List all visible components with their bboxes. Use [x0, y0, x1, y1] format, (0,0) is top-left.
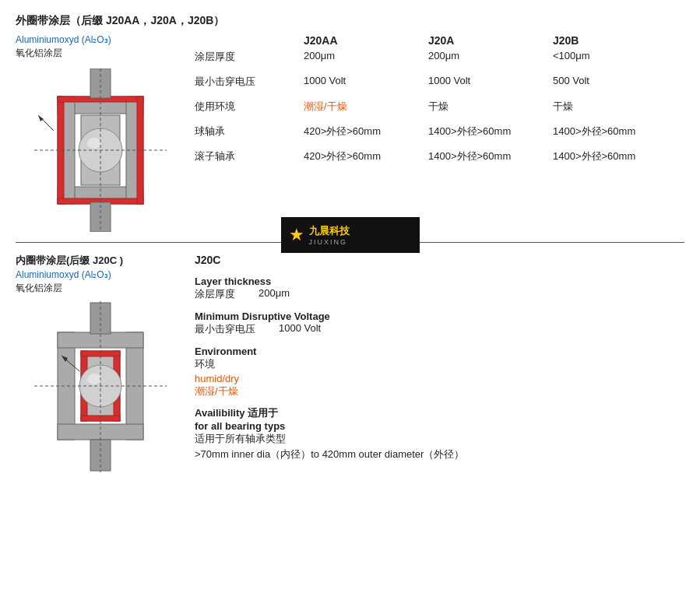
cell-4-j20a: 1400>外径>60mm: [428, 149, 553, 163]
top-table-area: J20AA J20A J20B 涂层厚度 200μm 200μm <100μm …: [187, 34, 684, 234]
top-bearing-diagram: Aluminiumoxyd (Al₂O₃) 氧化铝涂层: [16, 34, 187, 234]
cell-1-j20aa: 1000 Volt: [304, 75, 428, 86]
cell-0-j20aa: 200μm: [304, 50, 428, 61]
row-label-3: 球轴承: [195, 125, 304, 139]
spec-0-title-cn: 涂层厚度: [195, 287, 235, 301]
spec-environment: Environment 环境 humid/dry 潮湿/干燥: [195, 346, 684, 398]
cell-3-j20b: 1400>外径>60mm: [553, 125, 662, 139]
cell-1-j20b: 500 Volt: [553, 75, 662, 86]
spec-0-value: 200μm: [259, 287, 290, 303]
row-voltage: 最小击穿电压 1000 Volt 1000 Volt 500 Volt: [195, 75, 684, 89]
spec-1-value: 1000 Volt: [279, 322, 321, 338]
cell-4-j20b: 1400>外径>60mm: [553, 149, 662, 163]
availability-title2: for all bearing typs: [195, 420, 684, 432]
cell-2-j20a: 干燥: [428, 100, 553, 114]
spec-2-title-en: Environment: [195, 346, 684, 357]
col-header-j20aa: J20AA: [304, 34, 428, 47]
spec-1-value-row: 最小击穿电压 1000 Volt: [195, 322, 684, 338]
top-bearing-svg-wrapper: [34, 68, 187, 234]
spec-0-title-en: Layer thickness: [195, 275, 684, 287]
watermark: ★ 九晨科技 JIUXING: [281, 217, 420, 253]
row-label-4: 滚子轴承: [195, 149, 304, 163]
availability-cn: 适用于所有轴承类型: [195, 432, 684, 446]
cell-2-j20aa: 潮湿/干燥: [304, 100, 428, 114]
svg-point-27: [87, 374, 101, 384]
row-environment: 使用环境 潮湿/干燥 干燥 干燥: [195, 100, 684, 114]
spec-2-value-cn: 潮湿/干燥: [195, 384, 684, 398]
svg-point-10: [87, 138, 101, 149]
spec-voltage: Minimum Disruptive Voltage 最小击穿电压 1000 V…: [195, 311, 684, 338]
watermark-name: 九晨科技: [309, 224, 350, 238]
col-header-j20a: J20A: [428, 34, 553, 47]
watermark-icon: ★: [289, 225, 304, 245]
bottom-section-title: 内圈带涂层(后缀 J20C ): [16, 254, 187, 268]
spec-2-title-cn: 环境: [195, 357, 684, 371]
availability-block: Availibility 适用于 for all bearing typs 适用…: [195, 406, 684, 461]
bottom-bearing-area: 内圈带涂层(后缀 J20C ) Aluminiumoxyd (Al₂O₃) 氧化…: [16, 254, 187, 475]
col-header-j20b: J20B: [553, 34, 662, 47]
bottom-section: 内圈带涂层(后缀 J20C ) Aluminiumoxyd (Al₂O₃) 氧化…: [16, 254, 684, 475]
row-ball-bearing: 球轴承 420>外径>60mm 1400>外径>60mm 1400>外径>60m…: [195, 125, 684, 139]
bottom-right-specs: J20C Layer thickness 涂层厚度 200μm Minimum …: [187, 254, 684, 475]
top-content: Aluminiumoxyd (Al₂O₃) 氧化铝涂层: [16, 34, 684, 234]
cell-3-j20a: 1400>外径>60mm: [428, 125, 553, 139]
svg-rect-17: [58, 332, 75, 440]
availability-title: Availibility 适用于: [195, 406, 684, 420]
row-label-1: 最小击穿电压: [195, 75, 304, 89]
bottom-bearing-svg: [34, 301, 167, 472]
row-label-0: 涂层厚度: [195, 50, 304, 64]
bottom-oxid: 氧化铝涂层: [16, 282, 187, 295]
availability-value: >70mm inner dia（内径）to 420mm outer diamet…: [195, 447, 684, 461]
cell-3-j20aa: 420>外径>60mm: [304, 125, 428, 139]
spec-1-title-en: Minimum Disruptive Voltage: [195, 311, 684, 322]
bottom-bearing-svg-wrapper: [34, 301, 187, 475]
bottom-aluminiumoxyd: Aluminiumoxyd (Al₂O₃): [16, 269, 187, 280]
watermark-sub: JIUXING: [309, 238, 350, 246]
spec-0-value-row: 涂层厚度 200μm: [195, 287, 684, 303]
spec-1-title-cn: 最小击穿电压: [195, 322, 255, 336]
svg-marker-16: [38, 115, 44, 121]
cell-4-j20aa: 420>外径>60mm: [304, 149, 428, 163]
top-section-title: 外圈带涂层（后缀 J20AA，J20A，J20B）: [16, 14, 684, 28]
top-aluminiumoxyd-label: Aluminiumoxyd (Al₂O₃): [16, 34, 111, 45]
page-container: 外圈带涂层（后缀 J20AA，J20A，J20B） Aluminiumoxyd …: [0, 0, 700, 482]
top-bearing-svg: [34, 68, 167, 232]
j20c-header: J20C: [195, 254, 684, 266]
spec-layer-thickness: Layer thickness 涂层厚度 200μm: [195, 275, 684, 303]
watermark-content: 九晨科技 JIUXING: [309, 224, 350, 246]
row-layer-thickness: 涂层厚度 200μm 200μm <100μm: [195, 50, 684, 64]
spec-2-value-en: humid/dry: [195, 373, 684, 384]
col-headers: J20AA J20A J20B: [195, 34, 684, 47]
divider-section: ★ 九晨科技 JIUXING: [16, 242, 684, 243]
svg-rect-11: [90, 68, 111, 98]
top-oxid-label: 氧化铝涂层: [16, 47, 62, 60]
cell-0-j20a: 200μm: [428, 50, 553, 61]
cell-1-j20a: 1000 Volt: [428, 75, 553, 86]
row-label-2: 使用环境: [195, 100, 304, 114]
cell-0-j20b: <100μm: [553, 50, 662, 61]
cell-2-j20b: 干燥: [553, 100, 662, 114]
row-roller-bearing: 滚子轴承 420>外径>60mm 1400>外径>60mm 1400>外径>60…: [195, 149, 684, 163]
